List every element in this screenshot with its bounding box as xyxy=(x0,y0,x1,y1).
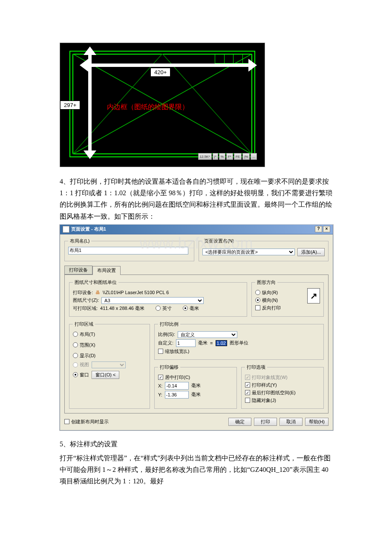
page-setup-dialog: 页面设置 - 布局1 ? × www.bzfxw.com 布局名(L) 页面设置… xyxy=(60,225,333,431)
add-button[interactable]: 添加(A)... xyxy=(297,248,325,256)
unit-inches-radio[interactable]: 英寸 xyxy=(156,305,172,312)
cad-status-tabs: 12.5K* |* % F* FE |% ... xyxy=(60,152,265,161)
orientation-legend: 图形方向 xyxy=(255,279,277,286)
area-display-radio[interactable]: 显示(D) xyxy=(73,353,95,359)
paper-size-select[interactable]: A3 xyxy=(101,297,204,304)
tabs: 打印设备 布局设置 xyxy=(64,266,329,275)
cad-tab: % xyxy=(219,153,225,160)
cad-tab: |% xyxy=(242,153,250,160)
cancel-button[interactable]: 取消 xyxy=(280,418,303,426)
view-select xyxy=(92,361,126,368)
help-button[interactable]: 帮助(H) xyxy=(305,418,329,426)
print-options-legend: 打印选项 xyxy=(245,364,267,370)
portrait-radio[interactable]: 纵向(R) xyxy=(255,289,278,296)
show-on-new-layout-check[interactable]: 创建新布局时显示 xyxy=(64,419,109,425)
paper-size-legend: 图纸尺寸和图纸单位 xyxy=(73,279,118,286)
printable-area-label: 可打印区域: xyxy=(73,305,98,312)
cad-tab: FE xyxy=(234,153,242,160)
cad-tab: 12.5K* xyxy=(198,153,212,160)
page-setup-name-legend: 页面设置名(N) xyxy=(202,238,236,244)
layout-name-legend: 布局名(L) xyxy=(68,238,91,244)
layout-name-input[interactable] xyxy=(68,247,188,254)
hide-objects-check[interactable]: 隐藏对象(J) xyxy=(245,397,276,404)
vertical-dimension-arrow xyxy=(86,54,94,151)
offset-y-input[interactable] xyxy=(165,391,189,399)
print-offset-legend: 打印偏移 xyxy=(158,364,180,370)
print-scale-legend: 打印比例 xyxy=(158,321,180,327)
custom-scale-label: 自定义: xyxy=(158,340,173,346)
dialog-title-text: 页面设置 - 布局1 xyxy=(71,226,106,232)
offset-x-label: X: xyxy=(158,383,162,388)
dimension-label-vertical: 297+ xyxy=(60,101,80,110)
cad-tab: ... xyxy=(251,153,257,160)
cad-illustration: 420+ 297+ 内边框（图纸的绘图界限） 12.5K* |* % F* FE… xyxy=(60,43,265,167)
print-area-group: 打印区域 布局(T) 范围(X) 显示(D) 视图 窗口 窗口(O) < xyxy=(69,321,150,409)
offset-x-unit: 毫米 xyxy=(191,382,201,389)
scale-select[interactable]: 自定义 xyxy=(178,331,237,338)
area-range-radio[interactable]: 范围(X) xyxy=(73,342,95,348)
scale-right-input[interactable]: 1.02 xyxy=(216,340,227,346)
help-button-icon[interactable]: ? xyxy=(315,226,322,232)
scale-lineweights-check[interactable]: 缩放线宽(L) xyxy=(158,348,189,355)
cad-tab: |* xyxy=(213,153,218,160)
print-button[interactable]: 打印 xyxy=(254,418,277,426)
scale-left-input[interactable] xyxy=(176,339,196,347)
dialog-icon xyxy=(63,226,69,233)
offset-y-label: Y: xyxy=(158,392,162,397)
paragraph-5-heading: 5、标注样式的设置 xyxy=(60,438,332,450)
area-layout-radio[interactable]: 布局(T) xyxy=(73,331,95,338)
cad-tab: F* xyxy=(226,153,233,160)
area-view-radio[interactable]: 视图 xyxy=(73,361,89,368)
center-print-check[interactable]: 居中打印(C) xyxy=(158,374,190,381)
paragraph-5: 打开“标注样式管理器”，在“样式”列表中列出当前文档中已经存在的标注样式，一般在… xyxy=(60,452,332,487)
landscape-radio[interactable]: 横向(N) xyxy=(255,297,278,304)
equals-sign: = xyxy=(210,341,213,346)
device-label: 打印设备: xyxy=(73,289,93,296)
print-paperspace-last-check[interactable]: 最后打印图纸空间(E) xyxy=(245,390,296,396)
paragraph-4: 4、打印比例，打印时其他的设置基本适合各自的习惯即可，现在唯一要求不同的是要求按… xyxy=(60,176,332,222)
print-styles-check[interactable]: 打印样式(Y) xyxy=(245,382,277,388)
ok-button[interactable]: 确定 xyxy=(228,418,251,426)
dimension-label-horizontal: 420+ xyxy=(150,68,170,77)
printable-area-value: 411.48 x 288.46 毫米 xyxy=(100,305,144,312)
close-icon[interactable]: × xyxy=(323,226,330,232)
print-offset-group: 打印偏移 居中打印(C) X: 毫米 Y: 毫 xyxy=(154,364,237,409)
page-setup-dialog-wrap: 页面设置 - 布局1 ? × www.bzfxw.com 布局名(L) 页面设置… xyxy=(60,225,332,431)
offset-y-unit: 毫米 xyxy=(191,391,201,398)
print-scale-group: 打印比例 比例(S): 自定义 自定义: 毫米 = 1.02 xyxy=(154,321,324,360)
orientation-preview-icon xyxy=(307,288,320,304)
reverse-print-check[interactable]: 反向打印 xyxy=(255,305,281,311)
dialog-titlebar[interactable]: 页面设置 - 布局1 ? × xyxy=(60,225,333,234)
inner-frame-caption: 内边框（图纸的绘图界限） xyxy=(107,103,189,112)
scale-left-unit: 毫米 xyxy=(198,340,208,346)
device-value: \\ZL01\HP LaserJet 5100 PCL 6 xyxy=(103,290,169,295)
document-page: 420+ 297+ 内边框（图纸的绘图界限） 12.5K* |* % F* FE… xyxy=(60,0,332,532)
area-window-radio[interactable]: 窗口 xyxy=(73,372,89,378)
paper-size-group: 图纸尺寸和图纸单位 打印设备: 🖶 \\ZL01\HP LaserJet 510… xyxy=(69,279,247,317)
offset-x-input[interactable] xyxy=(165,382,189,390)
print-area-legend: 打印区域 xyxy=(73,321,95,327)
page-setup-select[interactable]: <选择要应用的页面设置> xyxy=(202,249,295,255)
tab-layout-settings[interactable]: 布局设置 xyxy=(92,266,121,275)
page-setup-name-group: 页面设置名(N) <选择要应用的页面设置> 添加(A)... xyxy=(199,238,329,261)
print-lineweights-check: 打印对象线宽(W) xyxy=(245,374,288,381)
scale-label: 比例(S): xyxy=(158,331,175,338)
window-pick-button[interactable]: 窗口(O) < xyxy=(92,371,119,379)
unit-mm-radio[interactable]: 毫米 xyxy=(183,305,199,312)
scale-right-unit: 图形单位 xyxy=(230,340,248,346)
orientation-group: 图形方向 纵向(R) 横向(N) 反向打印 xyxy=(251,279,324,317)
paper-size-label: 图纸尺寸(Z): xyxy=(73,297,99,304)
layout-name-group: 布局名(L) xyxy=(64,238,194,261)
tab-print-device[interactable]: 打印设备 xyxy=(64,266,92,275)
print-options-group: 打印选项 打印对象线宽(W) 打印样式(Y) 最后打印图纸空间(E) 隐藏对象(… xyxy=(241,364,324,409)
